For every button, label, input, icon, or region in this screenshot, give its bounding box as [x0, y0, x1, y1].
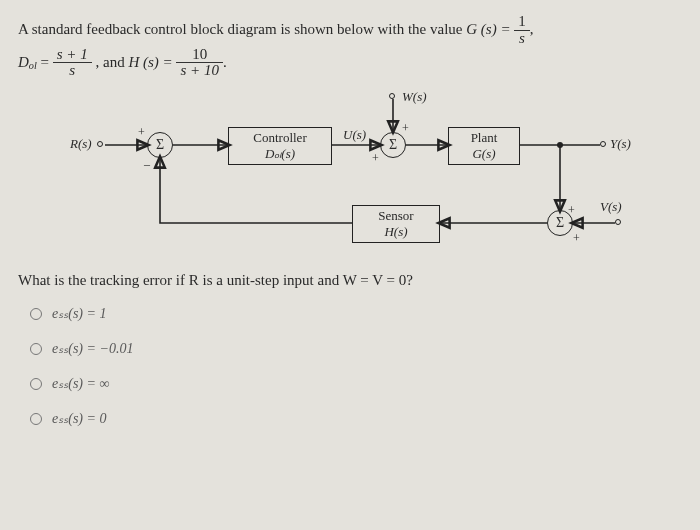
dol-d: D: [18, 53, 29, 69]
sum3-plus-top: +: [568, 203, 575, 218]
g-lhs: G (s) =: [466, 21, 514, 37]
option-4[interactable]: eₛₛ(s) = 0: [30, 410, 682, 427]
h-frac: 10 s + 10: [176, 47, 222, 80]
question-text: What is the tracking error if R is a uni…: [18, 272, 682, 289]
radio-icon[interactable]: [30, 378, 42, 390]
block-diagram: R(s) Σ + – Controller Dₒₗ(s) U(s) W(s) Σ…: [70, 87, 630, 262]
radio-icon[interactable]: [30, 343, 42, 355]
y-label: Y(s): [610, 136, 631, 152]
radio-icon[interactable]: [30, 413, 42, 425]
h-den: s + 10: [176, 63, 222, 79]
dol-sub: ol: [29, 59, 37, 70]
plant-title: Plant: [471, 130, 498, 146]
sum1-sigma: Σ: [156, 137, 164, 153]
w-label: W(s): [402, 89, 427, 105]
plant-block: Plant G(s): [448, 127, 520, 165]
d-frac: s + 1 s: [53, 47, 92, 80]
sum2-plus-top: +: [402, 121, 409, 136]
controller-block: Controller Dₒₗ(s): [228, 127, 332, 165]
radio-icon[interactable]: [30, 308, 42, 320]
period: .: [223, 53, 227, 69]
option-1[interactable]: eₛₛ(s) = 1: [30, 305, 682, 322]
comma1: ,: [530, 21, 534, 37]
h-lhs: H (s) =: [128, 53, 176, 69]
sum3-plus-right: +: [573, 231, 580, 246]
problem-statement: A standard feedback control block diagra…: [18, 14, 682, 79]
sum1: Σ: [147, 132, 173, 158]
sensor-block: Sensor H(s): [352, 205, 440, 243]
y-port: [600, 141, 606, 147]
g-frac: 1 s: [514, 14, 530, 47]
g-den: s: [514, 31, 530, 47]
w-port: [389, 93, 395, 99]
r-label: R(s): [70, 136, 92, 152]
controller-tf: Dₒₗ(s): [265, 146, 295, 162]
v-label: V(s): [600, 199, 622, 215]
intro-text: A standard feedback control block diagra…: [18, 21, 466, 37]
sensor-title: Sensor: [378, 208, 413, 224]
options-list: eₛₛ(s) = 1 eₛₛ(s) = −0.01 eₛₛ(s) = ∞ eₛₛ…: [30, 305, 682, 427]
option-3[interactable]: eₛₛ(s) = ∞: [30, 375, 682, 392]
dol-eq: =: [37, 53, 53, 69]
u-label: U(s): [343, 127, 366, 143]
g-num: 1: [514, 14, 530, 31]
controller-title: Controller: [253, 130, 306, 146]
option-3-label: eₛₛ(s) = ∞: [52, 375, 109, 392]
option-2[interactable]: eₛₛ(s) = −0.01: [30, 340, 682, 357]
option-2-label: eₛₛ(s) = −0.01: [52, 340, 133, 357]
h-num: 10: [176, 47, 222, 64]
r-port: [97, 141, 103, 147]
sum1-minus: –: [144, 157, 150, 172]
y-branch-node: [557, 142, 563, 148]
diagram-wires: [70, 87, 630, 262]
between-text: , and: [95, 53, 128, 69]
d-num: s + 1: [53, 47, 92, 64]
sensor-tf: H(s): [384, 224, 407, 240]
sum2-plus-left: +: [372, 151, 379, 166]
sum1-plus: +: [138, 125, 145, 140]
option-1-label: eₛₛ(s) = 1: [52, 305, 106, 322]
plant-tf: G(s): [472, 146, 495, 162]
sum3-sigma: Σ: [556, 215, 564, 231]
d-den: s: [53, 63, 92, 79]
sum2-sigma: Σ: [389, 137, 397, 153]
option-4-label: eₛₛ(s) = 0: [52, 410, 106, 427]
v-port: [615, 219, 621, 225]
